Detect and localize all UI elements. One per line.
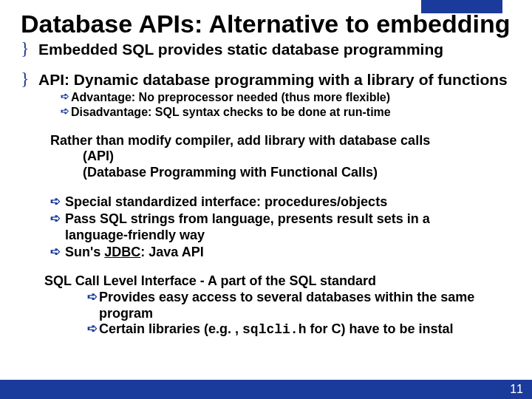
sql-s2-pre: Certain libraries (e.g. , <box>99 321 242 336</box>
arrow-icon: ➪ <box>50 211 61 226</box>
disadvantage-line: ➪ Disadvantage: SQL syntax checks to be … <box>61 105 511 120</box>
sql-s2-code: sqlcli.h <box>242 322 306 337</box>
sql-block: SQL Call Level Interface - A part of the… <box>44 273 511 338</box>
special-list: ➪ Special standardized interface: proced… <box>50 194 511 260</box>
jdbc-pre: Sun's <box>65 245 104 259</box>
spacer <box>21 180 511 194</box>
sql-s2-post: for C) have to be instal <box>306 321 453 336</box>
bullet-2-text: API: Dynamic database programming with a… <box>38 71 511 89</box>
para1-line2: (API) <box>50 149 511 165</box>
jdbc-post: : Java API <box>140 245 203 259</box>
sql-sub-1-l2: program <box>99 306 153 322</box>
special-2-line2: language-friendly way <box>65 227 205 244</box>
page-number: 11 <box>510 383 523 396</box>
arrow-icon: ➪ <box>87 290 98 304</box>
slide: Database APIs: Alternative to embedding … <box>0 0 532 399</box>
sql-sub-1: ➪ Provides easy access to several databa… <box>87 290 511 306</box>
advantage-block: ➪ Advantage: No preprocessor needed (thu… <box>61 90 511 120</box>
brace-icon: } <box>21 71 31 87</box>
special-1-text: Special standardized interface: procedur… <box>65 194 387 211</box>
special-3-text: Sun's JDBC: Java API <box>65 244 204 261</box>
paragraph-1: Rather than modify compiler, add library… <box>50 133 511 181</box>
sql-sub-1-l1: Provides easy access to several database… <box>99 290 474 306</box>
arrow-icon: ➪ <box>50 194 61 209</box>
arrow-icon: ➪ <box>61 105 69 118</box>
arrow-icon: ➪ <box>61 90 69 103</box>
bullet-1-text: Embedded SQL provides static database pr… <box>38 41 511 58</box>
special-3: ➪ Sun's JDBC: Java API <box>50 244 511 261</box>
para1-line3: (Database Programming with Functional Ca… <box>50 165 511 181</box>
footer-bar: 11 <box>0 380 532 399</box>
sql-sublist: ➪ Provides easy access to several databa… <box>87 290 511 338</box>
arrow-icon: ➪ <box>50 244 61 259</box>
sql-title: SQL Call Level Interface - A part of the… <box>44 273 511 290</box>
special-2-line1: Pass SQL strings from language, presents… <box>65 211 430 228</box>
sql-sub-2-text: Certain libraries (e.g. , sqlcli.h for C… <box>99 321 454 338</box>
special-2: ➪ Pass SQL strings from language, presen… <box>50 211 511 228</box>
advantage-line: ➪ Advantage: No preprocessor needed (thu… <box>61 90 511 105</box>
slide-content: } Embedded SQL provides static database … <box>21 41 511 338</box>
bullet-2: } API: Dynamic database programming with… <box>21 71 511 89</box>
para1-line1: Rather than modify compiler, add library… <box>50 133 430 148</box>
advantage-text: Advantage: No preprocessor needed (thus … <box>71 90 390 105</box>
sql-sub-1-cont: ➪ program <box>87 306 511 322</box>
special-1: ➪ Special standardized interface: proced… <box>50 194 511 211</box>
special-2-cont: ➪ language-friendly way <box>50 227 511 244</box>
slide-title: Database APIs: Alternative to embedding <box>21 10 511 38</box>
disadvantage-text: Disadvantage: SQL syntax checks to be do… <box>71 105 391 120</box>
arrow-icon: ➪ <box>87 321 98 336</box>
bullet-1: } Embedded SQL provides static database … <box>21 41 511 58</box>
sql-sub-2: ➪ Certain libraries (e.g. , sqlcli.h for… <box>87 321 511 338</box>
jdbc-label: JDBC <box>104 245 140 259</box>
accent-box <box>421 0 502 13</box>
brace-icon: } <box>21 41 31 57</box>
